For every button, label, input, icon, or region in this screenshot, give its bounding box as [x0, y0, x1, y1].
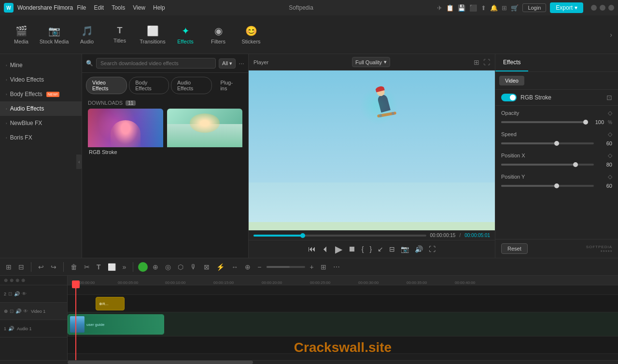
sidebar-item-video-effects[interactable]: › Video Effects: [0, 72, 82, 87]
crop-button[interactable]: ⬜: [106, 262, 118, 272]
menu-view[interactable]: View: [133, 4, 145, 11]
timeline-progress-bar[interactable]: [253, 235, 426, 237]
param-opacity-thumb[interactable]: [583, 120, 588, 125]
toolbar-media[interactable]: 🎬 Media: [6, 18, 37, 51]
toolbar-titles[interactable]: T Titles: [104, 18, 135, 51]
sidebar-item-audio-effects[interactable]: › Audio Effects: [0, 101, 82, 116]
menu-help[interactable]: Help: [153, 4, 165, 11]
nav-icon-8[interactable]: 🛒: [511, 4, 519, 12]
effect-enable-toggle[interactable]: [501, 94, 517, 101]
mark-in-icon[interactable]: {: [362, 245, 364, 253]
audio-track-audio-icon[interactable]: 🔊: [8, 326, 14, 331]
delete-button[interactable]: 🗑: [69, 262, 79, 272]
effect-card-2[interactable]: [167, 109, 242, 258]
subtab-video[interactable]: Video: [499, 76, 524, 85]
redo-button[interactable]: ↪: [49, 262, 58, 272]
menu-tools[interactable]: Tools: [112, 4, 125, 11]
maximize-button[interactable]: [600, 5, 605, 11]
param-position-x-thumb[interactable]: [573, 162, 578, 167]
multi-cam-icon[interactable]: ⊠: [202, 262, 211, 272]
nav-icon-3[interactable]: 💾: [458, 4, 465, 12]
zoom-out-button[interactable]: −: [255, 262, 263, 272]
zoom-in-button[interactable]: +: [308, 262, 316, 272]
timeline-scroll-thumb[interactable]: [68, 361, 253, 364]
param-position-x-reset-icon[interactable]: ◇: [608, 152, 612, 159]
add-subtitle-track-icon[interactable]: ⊕: [15, 278, 19, 283]
add-motion-track-icon[interactable]: ⊕: [21, 278, 25, 283]
param-speed-reset-icon[interactable]: ◇: [608, 131, 612, 138]
param-speed-thumb[interactable]: [554, 141, 559, 146]
track-2-eye-icon[interactable]: 👁: [22, 291, 27, 296]
settings-icon[interactable]: ⋯: [331, 262, 342, 272]
volume-icon[interactable]: 🔊: [415, 245, 423, 253]
add-video-track-icon[interactable]: ⊕: [4, 278, 8, 283]
fullscreen-icon[interactable]: ⛶: [483, 58, 490, 66]
param-position-y-slider[interactable]: [501, 185, 594, 187]
login-button[interactable]: Login: [522, 3, 546, 12]
marker-icon[interactable]: ⬡: [176, 262, 185, 272]
param-speed-slider[interactable]: [501, 142, 594, 144]
track-2-audio-icon[interactable]: 🔊: [14, 291, 20, 296]
add-audio-track-icon[interactable]: ⊕: [10, 278, 14, 283]
effect-settings-icon[interactable]: ⊡: [606, 94, 612, 101]
param-position-y-reset-icon[interactable]: ◇: [608, 173, 612, 180]
split-icon[interactable]: ◎: [163, 262, 173, 272]
tab-video-effects[interactable]: Video Effects: [86, 77, 127, 94]
text-button[interactable]: T: [95, 262, 103, 272]
effect-card-rgb-stroke[interactable]: RGB Stroke: [88, 109, 163, 258]
toolbar-filters[interactable]: ◉ Filters: [203, 18, 234, 51]
speed-icon[interactable]: ⚡: [214, 262, 226, 272]
reset-button[interactable]: Reset: [501, 243, 528, 254]
snap-icon[interactable]: ⊟: [16, 262, 26, 272]
param-opacity-slider[interactable]: [501, 121, 586, 123]
toolbar-transitions[interactable]: ⬜ Transitions: [137, 18, 168, 51]
stop-button[interactable]: ⏹: [348, 245, 356, 253]
nav-icon-5[interactable]: ⬆: [481, 4, 486, 12]
track-1-add-icon[interactable]: ⊕: [4, 308, 8, 314]
param-position-y-thumb[interactable]: [554, 183, 559, 188]
param-position-x-slider[interactable]: [501, 164, 594, 166]
grid-options-icon[interactable]: ⊞: [319, 262, 328, 272]
quality-dropdown[interactable]: Full Quality ▾: [352, 57, 390, 67]
tab-body-effects[interactable]: Body Effects: [129, 77, 169, 94]
split-view-icon[interactable]: ⊟: [389, 245, 395, 253]
video-clip[interactable]: user guide: [68, 314, 164, 335]
color-match-icon[interactable]: ⊕: [243, 262, 253, 272]
audio-detach-icon[interactable]: 🎙: [188, 262, 199, 272]
track-2-link-icon[interactable]: ⊡: [8, 291, 12, 296]
mark-out-icon[interactable]: }: [370, 245, 372, 253]
tab-effects-right[interactable]: Effects: [495, 54, 528, 71]
add-to-timeline-icon[interactable]: ↙: [378, 245, 383, 253]
nav-icon-6[interactable]: 🔔: [490, 4, 498, 12]
param-opacity-reset-icon[interactable]: ◇: [608, 110, 612, 116]
close-button[interactable]: [608, 5, 614, 11]
cut-button[interactable]: ✂: [82, 262, 92, 272]
tab-plug-ins[interactable]: Plug-ins: [214, 77, 244, 94]
play-button[interactable]: ▶: [335, 243, 342, 255]
nav-icon-7[interactable]: ⊞: [502, 4, 507, 12]
undo-button[interactable]: ↩: [36, 262, 46, 272]
toolbar-audio[interactable]: 🎵 Audio: [71, 18, 102, 51]
menu-edit[interactable]: Edit: [94, 4, 104, 11]
record-button[interactable]: [138, 262, 148, 272]
sidebar-item-newblue-fx[interactable]: › NewBlue FX: [0, 116, 82, 130]
nav-icon-4[interactable]: ⬛: [469, 4, 477, 12]
toolbar-effects[interactable]: ✦ Effects: [170, 18, 201, 51]
sidebar-item-mine[interactable]: › Mine: [0, 58, 82, 72]
skip-back-button[interactable]: ⏮: [308, 245, 316, 253]
sidebar-item-boris-fx[interactable]: › Boris FX: [0, 130, 82, 145]
expand-icon[interactable]: ⛶: [429, 245, 435, 253]
toolbar-more-arrow[interactable]: ›: [610, 31, 612, 39]
snapshot-icon[interactable]: 📷: [401, 245, 409, 253]
timeline-scrollbar[interactable]: [0, 360, 618, 364]
sidebar-item-body-effects[interactable]: › Body Effects NEW!: [0, 87, 82, 101]
track-1-audio-icon[interactable]: 🔊: [15, 308, 21, 314]
transform-icon[interactable]: ↔: [229, 262, 240, 272]
add-clip-icon[interactable]: ⊕: [151, 262, 160, 272]
sidebar-collapse-button[interactable]: ‹: [76, 154, 82, 169]
grid-view-icon[interactable]: ⊞: [474, 58, 479, 66]
menu-file[interactable]: File: [77, 4, 86, 11]
track-1-eye-icon[interactable]: 👁: [23, 308, 28, 314]
nav-icon-1[interactable]: ✈: [437, 4, 442, 12]
more-tools-button[interactable]: »: [121, 262, 128, 272]
